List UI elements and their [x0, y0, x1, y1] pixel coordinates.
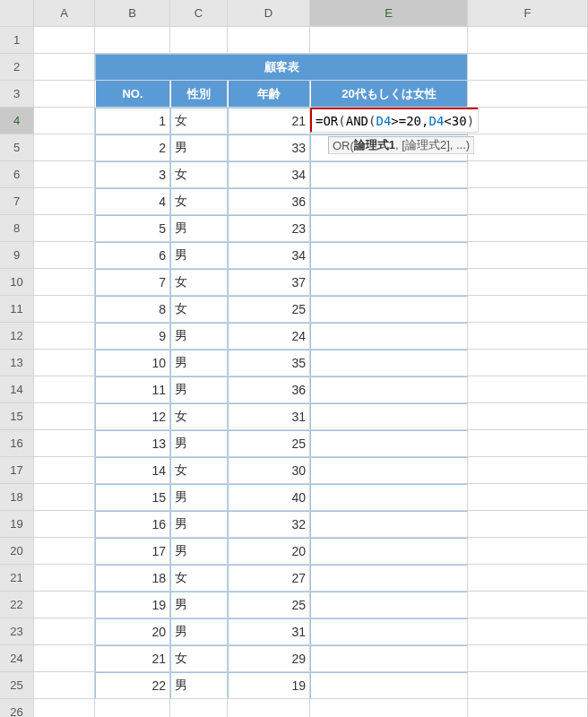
cell-C17[interactable]: 女: [170, 457, 228, 484]
cell-E25[interactable]: [310, 672, 468, 699]
cell-F23[interactable]: [468, 618, 588, 645]
row-header-10[interactable]: 10: [0, 269, 34, 296]
cell-D26[interactable]: [228, 699, 310, 717]
cell-A8[interactable]: [34, 215, 95, 242]
cell-A19[interactable]: [34, 511, 95, 538]
cell-F1[interactable]: [468, 27, 588, 54]
row-header-3[interactable]: 3: [0, 81, 34, 108]
cell-F7[interactable]: [468, 188, 588, 215]
cell-B15[interactable]: 12: [95, 403, 170, 430]
cell-F12[interactable]: [468, 323, 588, 350]
cell-B22[interactable]: 19: [95, 592, 170, 618]
spreadsheet-grid[interactable]: ABCDEF12顧客表3NO.性別年齢20代もしくは女性41女2152男3363…: [0, 0, 588, 717]
cell-B21[interactable]: 18: [95, 565, 170, 592]
cell-A3[interactable]: [34, 81, 95, 108]
cell-C25[interactable]: 男: [170, 672, 228, 699]
cell-D1[interactable]: [228, 27, 310, 54]
cell-F3[interactable]: [468, 81, 588, 108]
cell-D15[interactable]: 31: [228, 403, 310, 430]
cell-F6[interactable]: [468, 161, 588, 188]
row-header-8[interactable]: 8: [0, 215, 34, 242]
cell-D8[interactable]: 23: [228, 215, 310, 242]
cell-F14[interactable]: [468, 376, 588, 403]
cell-B24[interactable]: 21: [95, 645, 170, 672]
row-header-21[interactable]: 21: [0, 565, 34, 592]
cell-E9[interactable]: [310, 242, 468, 269]
cell-A16[interactable]: [34, 430, 95, 457]
row-header-18[interactable]: 18: [0, 484, 34, 511]
cell-B13[interactable]: 10: [95, 350, 170, 376]
cell-C6[interactable]: 女: [170, 161, 228, 188]
cell-F5[interactable]: [468, 134, 588, 161]
row-header-22[interactable]: 22: [0, 592, 34, 618]
cell-D4[interactable]: 21: [228, 108, 310, 134]
row-header-19[interactable]: 19: [0, 511, 34, 538]
row-header-6[interactable]: 6: [0, 161, 34, 188]
cell-A6[interactable]: [34, 161, 95, 188]
cell-D10[interactable]: 37: [228, 269, 310, 296]
cell-D20[interactable]: 20: [228, 538, 310, 565]
cell-E12[interactable]: [310, 323, 468, 350]
cell-E22[interactable]: [310, 592, 468, 618]
cell-F10[interactable]: [468, 269, 588, 296]
cell-C11[interactable]: 女: [170, 296, 228, 323]
cell-F13[interactable]: [468, 350, 588, 376]
cell-A11[interactable]: [34, 296, 95, 323]
row-header-23[interactable]: 23: [0, 618, 34, 645]
cell-C12[interactable]: 男: [170, 323, 228, 350]
cell-B5[interactable]: 2: [95, 134, 170, 161]
row-header-15[interactable]: 15: [0, 403, 34, 430]
cell-F24[interactable]: [468, 645, 588, 672]
cell-C7[interactable]: 女: [170, 188, 228, 215]
cell-C20[interactable]: 男: [170, 538, 228, 565]
cell-E11[interactable]: [310, 296, 468, 323]
cell-D19[interactable]: 32: [228, 511, 310, 538]
cell-A7[interactable]: [34, 188, 95, 215]
row-header-14[interactable]: 14: [0, 376, 34, 403]
row-header-25[interactable]: 25: [0, 672, 34, 699]
cell-B25[interactable]: 22: [95, 672, 170, 699]
cell-B20[interactable]: 17: [95, 538, 170, 565]
cell-F20[interactable]: [468, 538, 588, 565]
cell-D12[interactable]: 24: [228, 323, 310, 350]
cell-A10[interactable]: [34, 269, 95, 296]
cell-F9[interactable]: [468, 242, 588, 269]
formula-editor[interactable]: =OR(AND(D4>=20,D4<30): [310, 108, 479, 133]
cell-C23[interactable]: 男: [170, 618, 228, 645]
cell-D25[interactable]: 19: [228, 672, 310, 699]
col-header-F[interactable]: F: [468, 0, 588, 27]
cell-B9[interactable]: 6: [95, 242, 170, 269]
row-header-16[interactable]: 16: [0, 430, 34, 457]
cell-C16[interactable]: 男: [170, 430, 228, 457]
cell-C26[interactable]: [170, 699, 228, 717]
cell-A1[interactable]: [34, 27, 95, 54]
col-header-D[interactable]: D: [228, 0, 310, 27]
cell-A22[interactable]: [34, 592, 95, 618]
cell-D18[interactable]: 40: [228, 484, 310, 511]
cell-E16[interactable]: [310, 430, 468, 457]
cell-C1[interactable]: [170, 27, 228, 54]
cell-B7[interactable]: 4: [95, 188, 170, 215]
cell-C22[interactable]: 男: [170, 592, 228, 618]
cell-E24[interactable]: [310, 645, 468, 672]
row-header-20[interactable]: 20: [0, 538, 34, 565]
cell-B26[interactable]: [95, 699, 170, 717]
cell-B6[interactable]: 3: [95, 161, 170, 188]
cell-B4[interactable]: 1: [95, 108, 170, 134]
select-all-corner[interactable]: [0, 0, 34, 27]
cell-B10[interactable]: 7: [95, 269, 170, 296]
cell-B18[interactable]: 15: [95, 484, 170, 511]
cell-C9[interactable]: 男: [170, 242, 228, 269]
cell-A21[interactable]: [34, 565, 95, 592]
cell-D14[interactable]: 36: [228, 376, 310, 403]
cell-A2[interactable]: [34, 54, 95, 81]
cell-D23[interactable]: 31: [228, 618, 310, 645]
cell-A5[interactable]: [34, 134, 95, 161]
cell-B8[interactable]: 5: [95, 215, 170, 242]
cell-F2[interactable]: [468, 54, 588, 81]
cell-D22[interactable]: 25: [228, 592, 310, 618]
cell-A23[interactable]: [34, 618, 95, 645]
cell-E19[interactable]: [310, 511, 468, 538]
cell-A12[interactable]: [34, 323, 95, 350]
col-header-B[interactable]: B: [95, 0, 170, 27]
